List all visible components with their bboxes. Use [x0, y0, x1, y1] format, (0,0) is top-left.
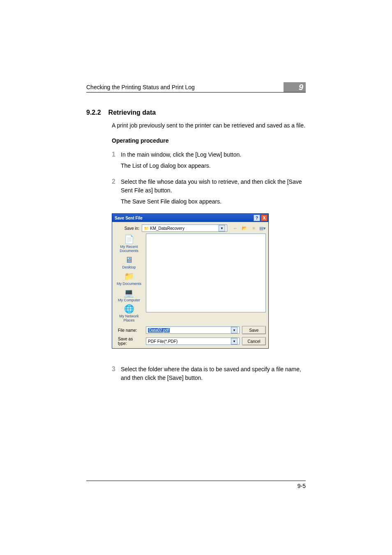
desktop-icon: 🖥 — [123, 255, 135, 265]
step-2-sub: The Save Sent File dialog box appears. — [121, 197, 306, 206]
computer-icon: 💻 — [123, 288, 135, 298]
step-number: 1 — [112, 150, 121, 159]
step-number: 2 — [112, 178, 121, 195]
place-documents[interactable]: 📁 My Documents — [117, 271, 141, 286]
close-icon: X — [263, 216, 266, 220]
place-label: Desktop — [122, 266, 136, 270]
close-button[interactable]: X — [261, 215, 267, 221]
save-type-combo[interactable]: PDF File(*.PDF) ▼ — [146, 338, 240, 345]
step-text: In the main window, click the [Log View]… — [121, 150, 306, 159]
save-in-combo[interactable]: 📁 KM_DataRecovery ▼ — [142, 224, 227, 232]
place-label: My Network Places — [115, 314, 143, 323]
chevron-down-icon[interactable]: ▼ — [219, 225, 225, 231]
step-text: Select the file whose data you wish to r… — [121, 178, 306, 195]
network-icon: 🌐 — [123, 304, 135, 314]
dialog-titlebar[interactable]: Save Sent File ? X — [112, 214, 268, 222]
filename-value: Data02.pdf — [148, 328, 170, 333]
save-in-value: KM_DataRecovery — [150, 226, 184, 231]
step-3: 3 Select the folder where the data is to… — [112, 365, 306, 382]
folder-icon: 📁 — [144, 226, 149, 231]
documents-icon: 📁 — [123, 271, 135, 281]
place-network[interactable]: 🌐 My Network Places — [115, 304, 143, 323]
filename-label: File name: — [115, 328, 143, 333]
cancel-button[interactable]: Cancel — [242, 337, 266, 345]
chevron-down-icon[interactable]: ▼ — [231, 327, 238, 333]
page-header: Checking the Printing Status and Print L… — [86, 82, 306, 92]
chevron-down-icon[interactable]: ▼ — [231, 338, 238, 345]
dialog-toolbar: ← 📂 ✳ ▤▾ — [232, 225, 266, 231]
header-title: Checking the Printing Status and Print L… — [86, 84, 195, 90]
place-computer[interactable]: 💻 My Computer — [118, 288, 140, 303]
places-bar: 📄 My Recent Documents 🖥 Desktop 📁 My Doc… — [115, 234, 143, 324]
page-footer: 9-5 — [86, 481, 306, 489]
section-number: 9.2.2 — [86, 109, 101, 116]
step-1: 1 In the main window, click the [Log Vie… — [112, 150, 306, 159]
file-list-area[interactable] — [146, 234, 266, 312]
filename-input[interactable]: Data02.pdf ▼ — [146, 326, 240, 334]
save-type-value: PDF File(*.PDF) — [148, 339, 178, 344]
recent-icon: 📄 — [123, 234, 135, 244]
save-in-label: Save in: — [115, 226, 139, 231]
save-type-label: Save as type: — [115, 337, 143, 346]
new-folder-icon[interactable]: ✳ — [250, 225, 257, 231]
save-sent-file-dialog: Save Sent File ? X Save in: 📁 KM_DataRec… — [112, 213, 269, 349]
up-folder-icon[interactable]: 📂 — [241, 225, 248, 231]
procedure-label: Operating procedure — [112, 137, 306, 144]
page-number: 9-5 — [297, 483, 306, 489]
chapter-tab: 9 — [284, 82, 306, 92]
step-text: Select the folder where the data is to b… — [121, 365, 306, 382]
views-icon[interactable]: ▤▾ — [259, 225, 266, 231]
help-icon: ? — [256, 216, 258, 220]
section-title: Retrieving data — [108, 109, 156, 116]
dialog-title-text: Save Sent File — [115, 216, 143, 220]
place-label: My Documents — [117, 282, 141, 286]
step-2: 2 Select the file whose data you wish to… — [112, 178, 306, 195]
step-number: 3 — [112, 365, 121, 382]
section-intro: A print job previously sent to the print… — [112, 121, 306, 130]
back-icon[interactable]: ← — [232, 225, 239, 231]
step-1-sub: The List of Log dialog box appears. — [121, 162, 306, 170]
place-recent[interactable]: 📄 My Recent Documents — [115, 234, 143, 253]
place-label: My Computer — [118, 298, 140, 303]
place-desktop[interactable]: 🖥 Desktop — [122, 255, 136, 270]
help-button[interactable]: ? — [254, 215, 260, 221]
save-button[interactable]: Save — [242, 326, 266, 334]
dialog-body: Save in: 📁 KM_DataRecovery ▼ ← 📂 ✳ ▤▾ 📄 — [112, 222, 268, 348]
section-heading: 9.2.2 Retrieving data — [86, 109, 306, 116]
place-label: My Recent Documents — [115, 245, 143, 253]
